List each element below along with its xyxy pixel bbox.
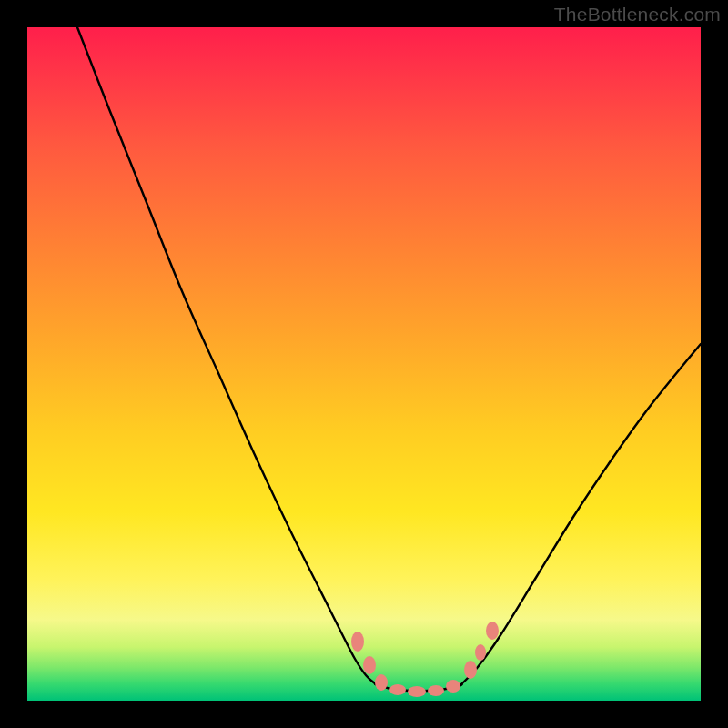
plateau-marker — [389, 684, 406, 695]
plateau-marker — [475, 644, 486, 661]
outer-frame: TheBottleneck.com — [0, 0, 728, 728]
plateau-marker — [446, 680, 460, 693]
curve-layer — [27, 27, 701, 701]
plateau-marker — [351, 632, 364, 652]
plateau-marker — [428, 685, 444, 696]
plateau-marker-group — [351, 622, 499, 697]
plot-area — [27, 27, 701, 701]
bottleneck-curve — [77, 27, 701, 691]
plateau-marker — [375, 674, 388, 691]
plateau-marker — [408, 686, 426, 697]
watermark-text: TheBottleneck.com — [554, 4, 721, 25]
plateau-marker — [464, 661, 477, 679]
plateau-marker — [486, 622, 499, 640]
plateau-marker — [363, 656, 376, 674]
